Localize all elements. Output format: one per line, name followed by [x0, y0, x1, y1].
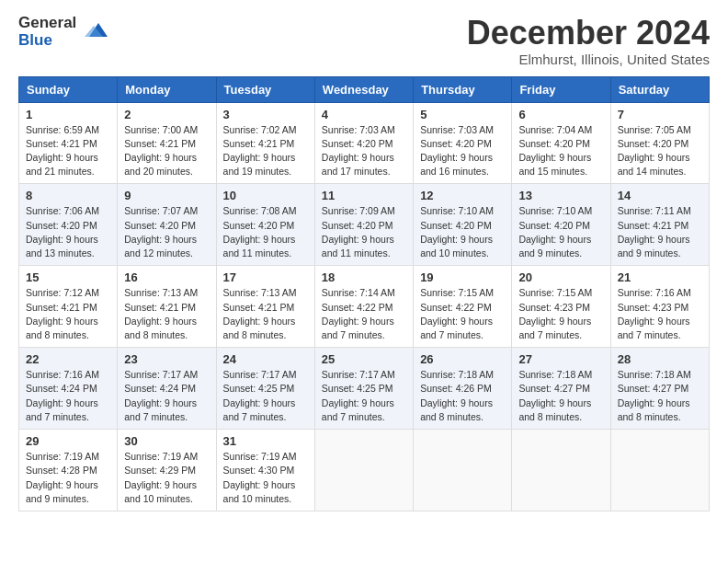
calendar-cell: 6 Sunrise: 7:04 AMSunset: 4:20 PMDayligh… — [512, 102, 610, 184]
day-info: Sunrise: 7:11 AMSunset: 4:21 PMDaylight:… — [618, 204, 702, 260]
calendar-cell: 14 Sunrise: 7:11 AMSunset: 4:21 PMDaylig… — [610, 184, 709, 266]
calendar-cell: 13 Sunrise: 7:10 AMSunset: 4:20 PMDaylig… — [512, 184, 610, 266]
day-info: Sunrise: 6:59 AMSunset: 4:21 PMDaylight:… — [26, 123, 110, 179]
day-number: 13 — [518, 189, 603, 202]
logo-icon — [80, 18, 108, 46]
calendar-cell: 4 Sunrise: 7:03 AMSunset: 4:20 PMDayligh… — [314, 102, 413, 184]
calendar-week-4: 22 Sunrise: 7:16 AMSunset: 4:24 PMDaylig… — [19, 348, 710, 430]
day-info: Sunrise: 7:13 AMSunset: 4:21 PMDaylight:… — [223, 286, 308, 342]
calendar-cell: 3 Sunrise: 7:02 AMSunset: 4:21 PMDayligh… — [216, 102, 314, 184]
day-info: Sunrise: 7:18 AMSunset: 4:26 PMDaylight:… — [420, 368, 505, 424]
day-info: Sunrise: 7:03 AMSunset: 4:20 PMDaylight:… — [420, 123, 505, 179]
header-row: SundayMondayTuesdayWednesdayThursdayFrid… — [19, 76, 710, 102]
calendar-week-5: 29 Sunrise: 7:19 AMSunset: 4:28 PMDaylig… — [19, 430, 710, 511]
day-info: Sunrise: 7:13 AMSunset: 4:21 PMDaylight:… — [124, 286, 209, 342]
day-number: 23 — [124, 352, 209, 366]
day-info: Sunrise: 7:15 AMSunset: 4:23 PMDaylight:… — [518, 286, 603, 342]
calendar-cell: 5 Sunrise: 7:03 AMSunset: 4:20 PMDayligh… — [414, 102, 512, 184]
day-info: Sunrise: 7:18 AMSunset: 4:27 PMDaylight:… — [518, 368, 603, 424]
calendar-cell — [512, 430, 610, 511]
day-info: Sunrise: 7:19 AMSunset: 4:29 PMDaylight:… — [124, 450, 209, 506]
calendar-cell: 19 Sunrise: 7:15 AMSunset: 4:22 PMDaylig… — [414, 266, 512, 348]
day-number: 3 — [223, 108, 308, 121]
day-number: 21 — [618, 270, 702, 284]
calendar-cell: 11 Sunrise: 7:09 AMSunset: 4:20 PMDaylig… — [314, 184, 413, 266]
calendar-cell: 25 Sunrise: 7:17 AMSunset: 4:25 PMDaylig… — [314, 348, 413, 430]
calendar-cell: 24 Sunrise: 7:17 AMSunset: 4:25 PMDaylig… — [216, 348, 314, 430]
day-number: 19 — [420, 270, 505, 284]
day-number: 30 — [124, 434, 209, 448]
calendar-cell: 29 Sunrise: 7:19 AMSunset: 4:28 PMDaylig… — [19, 430, 118, 511]
day-number: 10 — [223, 189, 308, 202]
day-number: 17 — [223, 270, 308, 284]
day-number: 24 — [223, 352, 308, 366]
day-number: 6 — [518, 108, 603, 121]
calendar-cell — [610, 430, 709, 511]
day-info: Sunrise: 7:16 AMSunset: 4:23 PMDaylight:… — [618, 286, 702, 342]
calendar-cell: 10 Sunrise: 7:08 AMSunset: 4:20 PMDaylig… — [216, 184, 314, 266]
day-info: Sunrise: 7:09 AMSunset: 4:20 PMDaylight:… — [322, 204, 406, 260]
day-info: Sunrise: 7:10 AMSunset: 4:20 PMDaylight:… — [420, 204, 505, 260]
day-number: 4 — [322, 108, 406, 121]
day-info: Sunrise: 7:00 AMSunset: 4:21 PMDaylight:… — [124, 123, 209, 179]
day-info: Sunrise: 7:19 AMSunset: 4:30 PMDaylight:… — [223, 450, 308, 506]
location-title: Elmhurst, Illinois, United States — [467, 52, 710, 67]
day-info: Sunrise: 7:10 AMSunset: 4:20 PMDaylight:… — [518, 204, 603, 260]
day-number: 1 — [26, 108, 110, 121]
calendar-cell: 16 Sunrise: 7:13 AMSunset: 4:21 PMDaylig… — [118, 266, 216, 348]
day-number: 2 — [124, 108, 209, 121]
logo-blue: Blue — [18, 32, 52, 50]
day-number: 31 — [223, 434, 308, 448]
day-number: 25 — [322, 352, 406, 366]
day-info: Sunrise: 7:07 AMSunset: 4:20 PMDaylight:… — [124, 204, 209, 260]
day-number: 12 — [420, 189, 505, 202]
calendar-cell: 17 Sunrise: 7:13 AMSunset: 4:21 PMDaylig… — [216, 266, 314, 348]
day-info: Sunrise: 7:17 AMSunset: 4:25 PMDaylight:… — [223, 368, 308, 424]
calendar-cell: 15 Sunrise: 7:12 AMSunset: 4:21 PMDaylig… — [19, 266, 118, 348]
calendar-cell — [414, 430, 512, 511]
calendar-cell: 1 Sunrise: 6:59 AMSunset: 4:21 PMDayligh… — [19, 102, 118, 184]
month-title: December 2024 — [467, 15, 710, 52]
day-header-sunday: Sunday — [19, 76, 118, 102]
day-header-wednesday: Wednesday — [314, 76, 413, 102]
day-header-monday: Monday — [118, 76, 216, 102]
day-info: Sunrise: 7:16 AMSunset: 4:24 PMDaylight:… — [26, 368, 110, 424]
day-header-thursday: Thursday — [414, 76, 512, 102]
day-number: 27 — [518, 352, 603, 366]
calendar-cell: 23 Sunrise: 7:17 AMSunset: 4:24 PMDaylig… — [118, 348, 216, 430]
calendar-cell: 18 Sunrise: 7:14 AMSunset: 4:22 PMDaylig… — [314, 266, 413, 348]
calendar-cell: 30 Sunrise: 7:19 AMSunset: 4:29 PMDaylig… — [118, 430, 216, 511]
calendar-cell: 31 Sunrise: 7:19 AMSunset: 4:30 PMDaylig… — [216, 430, 314, 511]
day-info: Sunrise: 7:05 AMSunset: 4:20 PMDaylight:… — [618, 123, 702, 179]
day-number: 26 — [420, 352, 505, 366]
day-number: 29 — [26, 434, 110, 448]
day-info: Sunrise: 7:17 AMSunset: 4:25 PMDaylight:… — [322, 368, 406, 424]
day-number: 11 — [322, 189, 406, 202]
calendar-week-3: 15 Sunrise: 7:12 AMSunset: 4:21 PMDaylig… — [19, 266, 710, 348]
day-info: Sunrise: 7:03 AMSunset: 4:20 PMDaylight:… — [322, 123, 406, 179]
calendar-cell: 27 Sunrise: 7:18 AMSunset: 4:27 PMDaylig… — [512, 348, 610, 430]
title-section: December 2024 Elmhurst, Illinois, United… — [467, 15, 710, 67]
calendar-cell: 20 Sunrise: 7:15 AMSunset: 4:23 PMDaylig… — [512, 266, 610, 348]
calendar-cell: 28 Sunrise: 7:18 AMSunset: 4:27 PMDaylig… — [610, 348, 709, 430]
day-number: 18 — [322, 270, 406, 284]
logo-general: General — [18, 15, 76, 32]
calendar-cell: 22 Sunrise: 7:16 AMSunset: 4:24 PMDaylig… — [19, 348, 118, 430]
calendar-cell: 9 Sunrise: 7:07 AMSunset: 4:20 PMDayligh… — [118, 184, 216, 266]
calendar-table: SundayMondayTuesdayWednesdayThursdayFrid… — [18, 76, 710, 511]
day-number: 16 — [124, 270, 209, 284]
logo: General Blue — [18, 15, 108, 49]
day-info: Sunrise: 7:17 AMSunset: 4:24 PMDaylight:… — [124, 368, 209, 424]
calendar-cell: 26 Sunrise: 7:18 AMSunset: 4:26 PMDaylig… — [414, 348, 512, 430]
day-header-tuesday: Tuesday — [216, 76, 314, 102]
day-header-friday: Friday — [512, 76, 610, 102]
day-number: 15 — [26, 270, 110, 284]
calendar-cell: 12 Sunrise: 7:10 AMSunset: 4:20 PMDaylig… — [414, 184, 512, 266]
day-number: 20 — [518, 270, 603, 284]
page-header: General Blue December 2024 Elmhurst, Ill… — [18, 15, 710, 67]
calendar-week-2: 8 Sunrise: 7:06 AMSunset: 4:20 PMDayligh… — [19, 184, 710, 266]
calendar-cell: 7 Sunrise: 7:05 AMSunset: 4:20 PMDayligh… — [610, 102, 709, 184]
day-number: 28 — [618, 352, 702, 366]
day-info: Sunrise: 7:04 AMSunset: 4:20 PMDaylight:… — [518, 123, 603, 179]
day-number: 5 — [420, 108, 505, 121]
